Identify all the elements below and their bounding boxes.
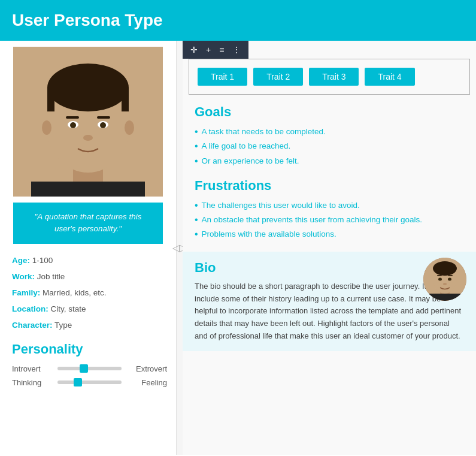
family-value: Married, kids, etc.	[43, 288, 107, 297]
svg-point-14	[42, 120, 51, 135]
bio-info: Age: 1-100 Work: Job title Family: Marri…	[9, 252, 167, 333]
introvert-label: Introvert	[12, 364, 54, 373]
goal-item-2: A life goal to be reached.	[195, 139, 464, 153]
svg-point-21	[438, 277, 442, 280]
character-label: Character:	[12, 321, 53, 330]
thinking-feeling-slider: Thinking Feeling	[12, 378, 167, 387]
thinking-label: Thinking	[12, 378, 54, 387]
trait-4-button[interactable]: Trait 4	[365, 68, 414, 86]
svg-point-20	[433, 261, 457, 276]
main-content: "A quotation that captures this user's p…	[0, 41, 476, 455]
page-title: User Persona Type	[12, 11, 464, 30]
svg-point-10	[100, 122, 106, 128]
slider-thumb-2[interactable]	[74, 378, 82, 386]
svg-rect-23	[437, 275, 442, 276]
frustration-item-2: An obstacle that prevents this user from…	[195, 213, 464, 227]
trait-2-button[interactable]: Trait 2	[253, 68, 303, 86]
goals-section: Goals A task that needs to be completed.…	[183, 101, 476, 174]
left-panel: "A quotation that captures this user's p…	[0, 41, 177, 455]
trait-1-button[interactable]: Trait 1	[198, 68, 247, 86]
frustration-item-1: The challenges this user would like to a…	[195, 198, 464, 213]
frustrations-title: Frustrations	[195, 178, 464, 194]
right-panel: ✛ + ≡ ⋮ Trait 1 Trait 2 Trait 3 Trait 4 …	[183, 41, 476, 455]
family-row: Family: Married, kids, etc.	[12, 285, 167, 301]
svg-point-4	[47, 64, 129, 111]
svg-rect-6	[122, 87, 129, 111]
personality-section: Personality Introvert Extrovert Thinking…	[9, 342, 167, 387]
slider-track-1[interactable]	[57, 367, 122, 370]
location-row: Location: City, state	[12, 301, 167, 317]
traits-box: Trait 1 Trait 2 Trait 3 Trait 4	[189, 59, 470, 95]
bio-avatar	[423, 258, 466, 301]
character-row: Character: Type	[12, 317, 167, 333]
goal-item-1: A task that needs to be completed.	[195, 125, 464, 139]
work-value: Job title	[37, 272, 65, 281]
goal-item-3: Or an experience to be felt.	[195, 154, 464, 168]
age-label: Age:	[12, 256, 30, 265]
introvert-extrovert-slider: Introvert Extrovert	[12, 364, 167, 373]
character-value: Type	[54, 321, 72, 330]
goals-list: A task that needs to be completed. A lif…	[195, 125, 464, 168]
location-label: Location:	[12, 304, 48, 313]
trait-3-button[interactable]: Trait 3	[309, 68, 359, 86]
frustration-item-3: Problems with the available solutions.	[195, 227, 464, 241]
resize-handle[interactable]: ◁▷	[177, 41, 183, 455]
svg-rect-5	[47, 87, 54, 111]
slider-thumb-1[interactable]	[80, 364, 88, 373]
work-row: Work: Job title	[12, 268, 167, 285]
family-label: Family:	[12, 288, 40, 297]
bio-text: The bio should be a short paragraph to d…	[195, 280, 464, 343]
add-button[interactable]: +	[203, 43, 214, 56]
header: User Persona Type	[0, 0, 476, 41]
move-button[interactable]: ✛	[187, 43, 201, 56]
quote-text: "A quotation that captures this user's p…	[34, 212, 141, 233]
frustrations-list: The challenges this user would like to a…	[195, 198, 464, 242]
list-button[interactable]: ≡	[216, 43, 227, 56]
more-button[interactable]: ⋮	[229, 43, 244, 56]
extrovert-label: Extrovert	[125, 364, 167, 373]
quote-box: "A quotation that captures this user's p…	[13, 203, 163, 244]
location-value: City, state	[51, 304, 86, 313]
age-value: 1-100	[32, 256, 53, 265]
frustrations-section: Frustrations The challenges this user wo…	[183, 174, 476, 248]
toolbar: ✛ + ≡ ⋮	[183, 41, 248, 59]
svg-point-9	[70, 122, 76, 128]
feeling-label: Feeling	[125, 378, 167, 387]
svg-rect-11	[66, 116, 79, 119]
svg-point-13	[83, 135, 93, 141]
svg-rect-2	[31, 182, 145, 197]
svg-point-25	[443, 283, 447, 285]
age-row: Age: 1-100	[12, 252, 167, 268]
svg-point-15	[125, 120, 134, 135]
slider-track-2[interactable]	[57, 380, 122, 384]
svg-rect-24	[448, 275, 453, 276]
avatar	[13, 47, 163, 197]
svg-point-22	[448, 277, 451, 280]
personality-title: Personality	[12, 342, 167, 357]
bio-section: Bio The bio should be a short paragraph …	[183, 252, 476, 351]
goals-title: Goals	[195, 104, 464, 120]
work-label: Work:	[12, 272, 35, 281]
svg-rect-12	[97, 116, 110, 119]
